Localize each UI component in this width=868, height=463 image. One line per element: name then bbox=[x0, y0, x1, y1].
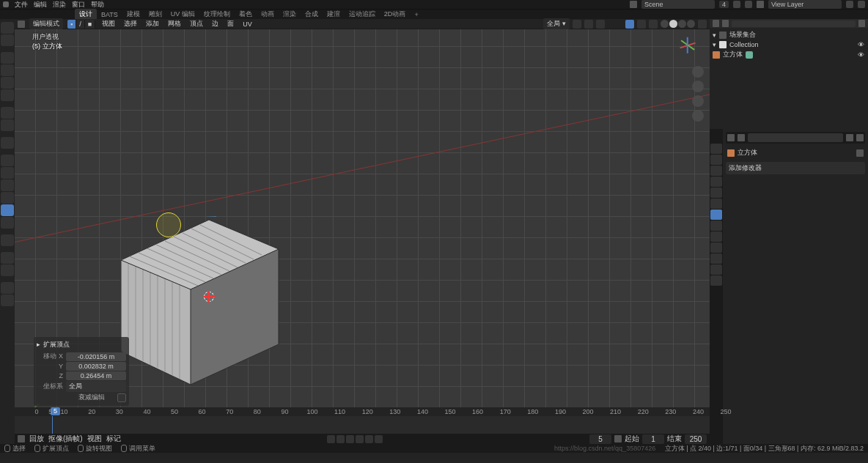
tool-smooth[interactable] bbox=[1, 252, 14, 264]
visibility-toggle-icon[interactable]: 👁 bbox=[858, 41, 865, 48]
breadcrumb-object[interactable]: 立方体 bbox=[738, 148, 757, 158]
overlay-toggle-icon[interactable] bbox=[637, 20, 646, 29]
tool-add-cube[interactable] bbox=[1, 137, 14, 149]
prop-tab-output[interactable] bbox=[710, 155, 722, 165]
keyframe-next-button[interactable] bbox=[365, 435, 373, 443]
vp-menu-view[interactable]: 视图 bbox=[100, 18, 117, 29]
tab-shading[interactable]: 着色 bbox=[235, 9, 257, 20]
tool-knife[interactable] bbox=[1, 204, 14, 216]
orientation-dropdown[interactable]: 全局 ▾ bbox=[543, 18, 570, 29]
menu-help[interactable]: 帮助 bbox=[91, 0, 104, 10]
properties-search-input[interactable] bbox=[748, 133, 843, 142]
tool-inset[interactable] bbox=[1, 167, 14, 179]
vp-menu-vertex[interactable]: 顶点 bbox=[188, 18, 205, 29]
tab-bats[interactable]: BATS bbox=[97, 10, 122, 19]
move-z-field[interactable]: 0.26454 m bbox=[66, 371, 126, 380]
shading-solid-icon[interactable] bbox=[669, 20, 677, 28]
scene-name-field[interactable]: Scene bbox=[641, 0, 715, 9]
proportional-edit-icon[interactable] bbox=[596, 20, 605, 29]
tool-polybuild[interactable] bbox=[1, 217, 14, 229]
shading-options-icon[interactable] bbox=[698, 20, 707, 29]
outliner-scene-collection[interactable]: ▾ 场景集合 bbox=[713, 29, 865, 40]
prop-tab-constraints[interactable] bbox=[710, 242, 722, 253]
shading-lookdev-icon[interactable] bbox=[678, 20, 686, 28]
shading-rendered-icon[interactable] bbox=[687, 20, 695, 28]
viewlayer-name-field[interactable]: View Layer bbox=[768, 0, 842, 9]
play-reverse-button[interactable] bbox=[346, 435, 354, 443]
keyframe-prev-button[interactable] bbox=[336, 435, 345, 443]
prop-tab-viewlayer[interactable] bbox=[710, 166, 722, 176]
zoom-icon[interactable] bbox=[692, 66, 704, 78]
timeline-ruler[interactable]: 5 05102030405060708090100110120130140150… bbox=[15, 407, 710, 416]
prop-tab-world[interactable] bbox=[710, 188, 722, 198]
perspective-icon[interactable] bbox=[692, 110, 704, 122]
prop-tab-physics[interactable] bbox=[710, 232, 722, 242]
tl-menu-keying[interactable]: 抠像(插帧) bbox=[48, 434, 83, 444]
tool-scale[interactable] bbox=[1, 77, 14, 89]
outliner-object-cube[interactable]: 立方体 👁 bbox=[713, 49, 865, 60]
menu-file[interactable]: 文件 bbox=[15, 0, 28, 10]
move-y-field[interactable]: 0.002832 m bbox=[66, 362, 126, 371]
vp-menu-uv[interactable]: UV bbox=[240, 20, 254, 29]
options-icon[interactable] bbox=[856, 134, 864, 141]
tl-menu-marker[interactable]: 标记 bbox=[106, 434, 121, 444]
vertex-select-icon[interactable]: ▪ bbox=[67, 20, 76, 29]
tl-menu-view[interactable]: 视图 bbox=[87, 434, 102, 444]
mode-dropdown[interactable]: 编辑模式 bbox=[29, 18, 63, 29]
tab-layout[interactable]: 设计 bbox=[75, 9, 97, 20]
outliner-filter-icon[interactable] bbox=[858, 20, 865, 27]
timeline-editor[interactable]: 5 05102030405060708090100110120130140150… bbox=[15, 407, 710, 434]
vp-menu-add[interactable]: 添加 bbox=[144, 18, 161, 29]
vp-menu-edge[interactable]: 边 bbox=[210, 18, 221, 29]
gizmo-toggle-icon[interactable] bbox=[625, 20, 634, 29]
tab-geo[interactable]: 建渲 bbox=[323, 9, 345, 20]
pan-icon[interactable] bbox=[692, 81, 704, 92]
prop-tab-object[interactable] bbox=[710, 199, 722, 209]
prop-tab-material[interactable] bbox=[710, 264, 722, 275]
tool-select-box[interactable] bbox=[1, 22, 14, 34]
outliner-search-input[interactable] bbox=[732, 21, 856, 27]
vp-menu-mesh[interactable]: 网格 bbox=[166, 18, 183, 29]
tool-cursor[interactable] bbox=[1, 34, 14, 46]
axis-dropdown[interactable]: 全局 bbox=[66, 381, 126, 392]
face-select-icon[interactable]: ■ bbox=[85, 20, 95, 29]
mirror-checkbox[interactable] bbox=[117, 393, 126, 402]
operator-redo-panel[interactable]: ▸扩展顶点 移动 X-0.020156 m Y0.002832 m Z0.264… bbox=[34, 337, 129, 406]
prop-tab-scene[interactable] bbox=[710, 177, 722, 187]
end-frame-field[interactable]: 250 bbox=[685, 434, 707, 444]
tool-move[interactable] bbox=[1, 52, 14, 64]
tab-render[interactable]: 渲染 bbox=[279, 9, 301, 20]
jump-end-button[interactable] bbox=[375, 435, 383, 443]
add-workspace-button[interactable]: + bbox=[410, 10, 422, 19]
outliner-display-mode-icon[interactable] bbox=[722, 20, 729, 27]
tool-bevel[interactable] bbox=[1, 179, 14, 191]
tool-rip[interactable] bbox=[1, 295, 14, 306]
move-x-field[interactable]: -0.020156 m bbox=[66, 352, 126, 361]
props-editor-icon[interactable] bbox=[727, 134, 735, 141]
jump-start-button[interactable] bbox=[327, 435, 335, 443]
camera-icon[interactable] bbox=[692, 95, 704, 107]
xray-icon[interactable] bbox=[649, 20, 658, 29]
filter-icon[interactable] bbox=[846, 134, 853, 141]
prop-tab-texture[interactable] bbox=[710, 275, 722, 286]
snap-icon[interactable] bbox=[584, 20, 593, 29]
tool-rotate[interactable] bbox=[1, 64, 14, 76]
prop-tab-render[interactable] bbox=[710, 144, 722, 154]
tool-edge-slide[interactable] bbox=[1, 264, 14, 276]
tool-extrude[interactable] bbox=[1, 155, 14, 166]
tab-2d[interactable]: 2D动画 bbox=[380, 9, 411, 20]
outliner-collection[interactable]: ▾ Collection 👁 bbox=[713, 40, 865, 49]
visibility-toggle-icon[interactable]: 👁 bbox=[858, 51, 865, 59]
autokey-icon[interactable] bbox=[614, 435, 622, 442]
outliner[interactable]: ▾ 场景集合 ▾ Collection 👁 立方体 👁 bbox=[710, 19, 868, 129]
tab-tracking[interactable]: 运动追踪 bbox=[345, 9, 380, 20]
vp-menu-select[interactable]: 选择 bbox=[122, 18, 139, 29]
start-frame-field[interactable]: 1 bbox=[642, 434, 664, 444]
tool-measure[interactable] bbox=[1, 119, 14, 131]
nav-gizmo[interactable] bbox=[677, 35, 698, 56]
tool-spin[interactable] bbox=[1, 234, 14, 246]
edge-select-icon[interactable]: / bbox=[76, 20, 85, 29]
viewport-3d[interactable]: 用户透视 (5) 立方体 bbox=[15, 29, 710, 407]
pivot-icon[interactable] bbox=[573, 20, 581, 29]
current-frame-field[interactable]: 5 bbox=[589, 434, 611, 444]
